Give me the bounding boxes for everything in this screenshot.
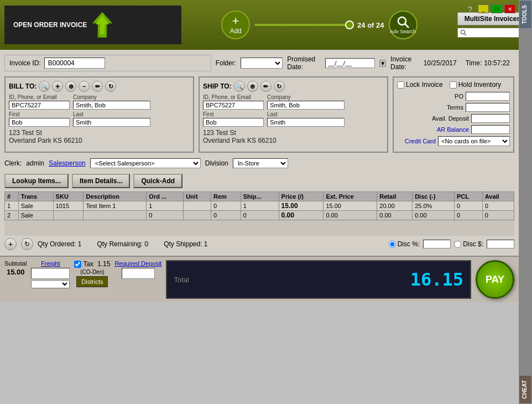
bill-to-first-label: First <box>9 111 70 117</box>
minimize-button[interactable]: _ <box>478 4 489 13</box>
multisite-search-bar <box>457 28 528 38</box>
ship-to-edit-button[interactable]: ✏ <box>260 81 272 92</box>
ship-to-header: SHIP TO: <box>203 82 232 90</box>
salesperson-link[interactable]: Salesperson <box>49 159 86 167</box>
ship-to-first-input[interactable] <box>203 118 264 127</box>
item-details-button[interactable]: Item Details... <box>72 174 130 188</box>
tools-tab[interactable]: TOOLS <box>519 0 532 29</box>
bottom-bar: + ↻ Qty Ordered: 1 Qty Remaining: 0 Qty … <box>4 236 514 252</box>
bill-to-company-input[interactable] <box>73 101 150 110</box>
disc-dollar-radio[interactable] <box>454 241 461 248</box>
ship-to-company-input[interactable] <box>267 101 345 110</box>
ship-to-last-input[interactable] <box>267 118 345 127</box>
col-ext-price: Ext. Price <box>324 192 377 201</box>
svg-point-4 <box>461 30 465 34</box>
required-deposit-input[interactable]: .00 <box>122 268 155 279</box>
lock-invoice-checkbox-label[interactable]: Lock Invoice <box>397 81 443 89</box>
promised-date-input[interactable] <box>325 58 375 68</box>
cell-sku <box>53 211 84 220</box>
multisite-search-input[interactable] <box>467 29 522 36</box>
bill-to-first-input[interactable] <box>9 118 70 127</box>
disc-pct-input[interactable]: .00 <box>423 240 451 248</box>
ship-to-search-button[interactable]: 🔍 <box>234 81 245 92</box>
salesperson-select[interactable]: <Select Salesperson> <box>90 158 201 168</box>
tax-sub: (CO-Den) <box>80 269 104 275</box>
cell-pcl: 0 <box>454 201 482 211</box>
discount-area: Disc %: .00 Disc $: .00 <box>389 240 514 248</box>
time-value: 10:57:22 <box>484 59 510 67</box>
cell-price: 15.00 <box>279 201 324 211</box>
promised-date-picker[interactable]: ▼ <box>379 60 386 67</box>
qty-remaining: Qty Remaining: 0 <box>97 240 148 248</box>
freight-input[interactable]: .00 <box>31 268 70 279</box>
col-pcl: PCL <box>454 192 482 201</box>
cell-retail: 20.00 <box>377 201 413 211</box>
tax-checkbox[interactable] <box>74 261 81 268</box>
add-row-button[interactable]: + <box>4 238 17 250</box>
bill-to-copy-button[interactable]: ⊕ <box>65 81 76 92</box>
cell-remaining: 0 <box>211 211 241 220</box>
cell-ordered: 1 <box>147 201 184 211</box>
cheat-tab[interactable]: CHEAT <box>519 375 532 404</box>
required-deposit-box: Required Deposit .00 <box>114 260 161 299</box>
bill-to-refresh-button[interactable]: ↻ <box>105 81 116 92</box>
bill-to-remove-button[interactable]: − <box>79 81 90 92</box>
table-row[interactable]: 1 Sale 1015 Test Item 1 1 0 1 15.00 15.0… <box>5 201 514 211</box>
subtotal-value: 15.00 <box>7 268 25 276</box>
division-select[interactable]: In-Store <box>233 158 288 168</box>
adv-search-button[interactable]: Adv Search <box>389 11 418 39</box>
cell-ext-price: 15.00 <box>324 201 377 211</box>
right-panel: Lock Invoice Hold Inventory PO Terms Ava… <box>393 76 514 153</box>
freight-select[interactable] <box>31 280 70 288</box>
ar-balance-input[interactable]: .00 <box>471 125 510 134</box>
ship-to-refresh-button[interactable]: ↻ <box>274 81 285 92</box>
cell-ext-price: 0.00 <box>324 211 377 220</box>
invoice-id-input[interactable] <box>44 58 105 69</box>
disc-pct-radio[interactable] <box>389 241 396 248</box>
cell-disc: 0.00 <box>413 211 455 220</box>
maximize-button[interactable]: □ <box>491 4 502 13</box>
col-disc: Disc (-) <box>413 192 455 201</box>
nav-slider[interactable] <box>254 24 354 26</box>
clerk-label: Clerk: <box>4 159 22 167</box>
col-trans: Trans <box>18 192 53 201</box>
cell-trans: Sale <box>18 211 53 220</box>
credit-card-label: Credit Card <box>397 138 436 144</box>
quick-add-button[interactable]: Quick-Add <box>133 174 182 188</box>
hold-inventory-checkbox-label[interactable]: Hold Inventory <box>450 81 501 89</box>
lock-invoice-checkbox[interactable] <box>397 81 404 89</box>
districts-button[interactable]: Districts <box>76 276 108 287</box>
ship-to-id-input[interactable] <box>203 101 264 110</box>
disc-dollar-input[interactable]: .00 <box>487 240 514 248</box>
ship-to-copy-button[interactable]: ⊕ <box>247 81 258 92</box>
lookup-items-button[interactable]: Lookup Items... <box>4 174 69 188</box>
disc-dollar-radio-label[interactable]: Disc $: <box>454 240 483 248</box>
bill-to-search-button[interactable]: 🔍 <box>39 81 50 92</box>
hold-inventory-checkbox[interactable] <box>450 81 457 89</box>
freight-label[interactable]: Freight <box>41 260 60 267</box>
table-row[interactable]: 2 Sale 0 0 0 0.00 0.00 0.00 0.00 0 0 <box>5 211 514 220</box>
bill-to-add-button[interactable]: + <box>52 81 63 92</box>
multisite-invoices-button[interactable]: MultiSite Invoices <box>457 12 528 25</box>
folder-select[interactable] <box>241 58 283 69</box>
refresh-button[interactable]: ↻ <box>21 238 33 250</box>
ship-to-id-label: ID, Phone, or Email <box>203 94 264 100</box>
terms-input[interactable] <box>466 103 510 112</box>
bill-to-last-input[interactable] <box>73 118 150 127</box>
required-deposit-label[interactable]: Required Deposit <box>114 260 161 267</box>
footer: Subtotal 15.00 Freight .00 Tax 1.15 (CO-… <box>0 256 519 302</box>
bill-to-id-input[interactable] <box>9 101 70 110</box>
pay-button[interactable]: PAY <box>476 260 514 299</box>
avail-deposit-input[interactable]: 0.00 <box>471 114 510 123</box>
po-input[interactable] <box>466 92 510 101</box>
col-description: Description <box>84 192 147 201</box>
total-display: Total 16.15 <box>166 260 471 299</box>
invoice-date-label: Invoice Date: <box>390 55 419 71</box>
svg-point-2 <box>398 17 406 25</box>
disc-pct-radio-label[interactable]: Disc %: <box>389 240 420 248</box>
credit-card-select[interactable]: <No cards on file> <box>438 136 510 146</box>
bill-to-edit-button[interactable]: ✏ <box>92 81 103 92</box>
add-button[interactable]: + Add <box>221 11 250 39</box>
help-button[interactable]: ? <box>465 4 476 13</box>
close-button[interactable]: ✕ <box>504 4 515 13</box>
